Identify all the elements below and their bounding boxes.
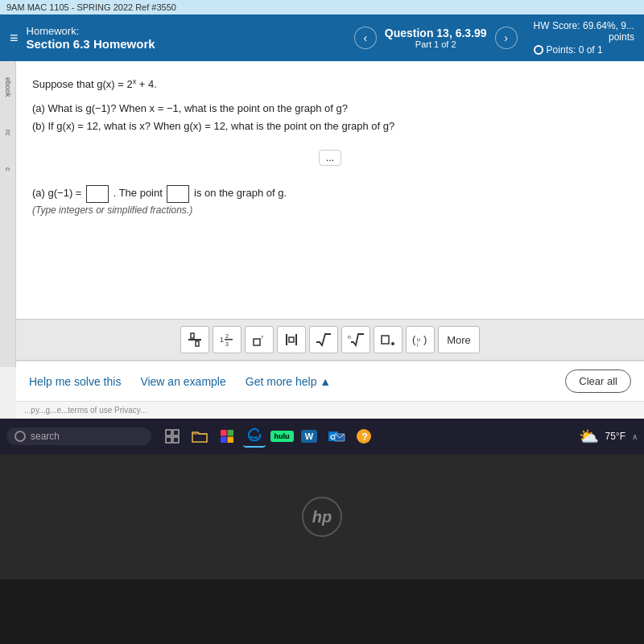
superscript-icon: r <box>250 331 268 349</box>
clear-all-button[interactable]: Clear all <box>565 369 631 393</box>
interval-notation-icon: ( u i ) <box>411 331 429 349</box>
svg-text:): ) <box>423 333 427 345</box>
absolute-value-icon <box>283 331 300 349</box>
svg-rect-23 <box>166 437 171 443</box>
fraction-icon <box>186 331 204 349</box>
question-center: ‹ Question 13, 6.3.99 Part 1 of 2 › <box>354 27 518 49</box>
problem-intro: Suppose that g(x) = 2x + 4. <box>32 76 628 93</box>
square-root-button[interactable] <box>309 326 338 353</box>
answer-input-1[interactable] <box>86 185 109 203</box>
svg-text:3: 3 <box>225 341 229 347</box>
problem-part-b: (b) If g(x) = 12, what is x? When g(x) =… <box>32 118 628 135</box>
svg-rect-28 <box>228 437 234 444</box>
points-line: Points: 0 of 1 <box>534 44 634 56</box>
answer-input-2[interactable] <box>167 185 189 203</box>
answer-mid: . The point <box>114 187 163 199</box>
type-note: (Type integers or simplified fractions.) <box>32 204 628 216</box>
more-button[interactable]: More <box>438 326 480 353</box>
homework-title: Homework: Section 6.3 Homework <box>27 25 354 51</box>
svg-rect-7 <box>254 339 260 345</box>
caret-up-icon[interactable]: ∧ <box>632 432 638 441</box>
taskbar: search <box>0 419 644 454</box>
action-bar: Help me solve this View an example Get m… <box>16 361 644 401</box>
main-content: ebook rc c Suppose that g(x) = 2x + 4. (… <box>0 61 644 419</box>
svg-text:i: i <box>417 342 419 348</box>
hp-logo-area: hp <box>0 454 644 580</box>
help-button[interactable]: ? <box>353 425 375 448</box>
svg-rect-21 <box>166 430 171 436</box>
svg-point-16 <box>391 342 394 345</box>
search-circle-icon <box>14 431 26 442</box>
sidebar-label-rc: rc <box>4 130 12 136</box>
top-bar-text: 9AM MAC 1105 - SPRING 2022 Ref #3550 <box>6 2 176 12</box>
question-number: Question 13, 6.3.99 <box>385 27 487 39</box>
problem-area: Suppose that g(x) = 2x + 4. (a) What is … <box>16 61 644 319</box>
svg-rect-27 <box>221 437 227 444</box>
hw-score-text: HW Score: 69.64%, 9... <box>534 20 634 31</box>
file-explorer-button[interactable] <box>188 425 211 448</box>
svg-text:r: r <box>262 334 264 340</box>
interval-notation-button[interactable]: ( u i ) <box>406 326 435 353</box>
search-bar[interactable]: search <box>6 427 151 445</box>
absolute-value-button[interactable] <box>277 326 306 353</box>
answer-suffix: is on the graph of g. <box>194 187 287 199</box>
answer-row: (a) g(−1) = . The point is on the graph … <box>32 184 628 203</box>
prev-question-button[interactable]: ‹ <box>354 27 377 49</box>
footer-text: ...py...g...e...terms of use Privacy... <box>24 406 147 415</box>
svg-rect-26 <box>228 430 234 436</box>
sidebar-strip: ebook rc c <box>0 61 16 367</box>
mixed-number-button[interactable]: 1 2 3 <box>213 326 242 353</box>
svg-rect-11 <box>289 337 294 342</box>
help-me-solve-link[interactable]: Help me solve this <box>29 375 121 388</box>
edge-icon <box>246 427 262 444</box>
windows-button[interactable] <box>216 425 238 448</box>
dots-row: ... <box>32 142 628 174</box>
hp-logo: hp <box>302 497 342 537</box>
svg-text:n: n <box>348 334 351 340</box>
outlook-icon: O <box>328 428 345 444</box>
edge-button[interactable] <box>243 425 266 448</box>
laptop-bezel: search <box>0 419 644 580</box>
svg-text:2: 2 <box>225 333 229 339</box>
svg-text:1: 1 <box>220 336 224 344</box>
points-circle-icon <box>534 45 543 55</box>
windows-icon <box>220 429 234 444</box>
dots-button[interactable]: ... <box>319 150 341 166</box>
outlook-button[interactable]: O <box>325 425 348 448</box>
taskbar-right: ⛅ 75°F ∧ <box>579 427 638 446</box>
hw-label: Homework: <box>27 25 354 37</box>
superscript-button[interactable]: r <box>245 326 274 353</box>
search-placeholder-text: search <box>31 431 60 442</box>
sidebar-label-c: c <box>4 167 12 171</box>
fraction-button[interactable] <box>180 326 209 353</box>
svg-text:?: ? <box>361 431 368 443</box>
temperature-text: 75°F <box>605 431 625 442</box>
svg-rect-0 <box>188 339 201 341</box>
svg-rect-25 <box>221 430 227 436</box>
hw-score-panel: HW Score: 69.64%, 9... points Points: 0 … <box>534 20 634 56</box>
svg-text:(: ( <box>412 333 416 345</box>
hamburger-menu-icon[interactable]: ≡ <box>10 30 19 47</box>
svg-rect-15 <box>382 336 389 344</box>
svg-rect-22 <box>173 430 179 436</box>
next-question-button[interactable]: › <box>495 27 518 49</box>
taskbar-icons: hulu W O ? <box>161 425 375 448</box>
hulu-button[interactable]: hulu <box>270 425 293 448</box>
sidebar-label: ebook <box>4 77 12 97</box>
task-view-button[interactable] <box>161 425 184 448</box>
task-view-icon <box>165 429 180 444</box>
word-button[interactable]: W <box>298 425 320 448</box>
decimal-button[interactable] <box>374 326 402 353</box>
nth-root-button[interactable]: n <box>341 326 370 353</box>
decimal-icon <box>379 331 397 349</box>
hw-name: Section 6.3 Homework <box>27 37 354 51</box>
get-more-help-link[interactable]: Get more help ▲ <box>246 375 331 388</box>
svg-rect-1 <box>191 333 194 338</box>
header-nav: ≡ Homework: Section 6.3 Homework ‹ Quest… <box>0 14 644 61</box>
mixed-number-icon: 1 2 3 <box>218 331 236 349</box>
math-toolbar: 1 2 3 r <box>16 319 644 361</box>
problem-part-a: (a) What is g(−1)? When x = −1, what is … <box>32 100 628 118</box>
answer-prefix: (a) g(−1) = <box>32 187 85 199</box>
file-explorer-icon <box>192 429 208 444</box>
view-example-link[interactable]: View an example <box>140 375 225 388</box>
